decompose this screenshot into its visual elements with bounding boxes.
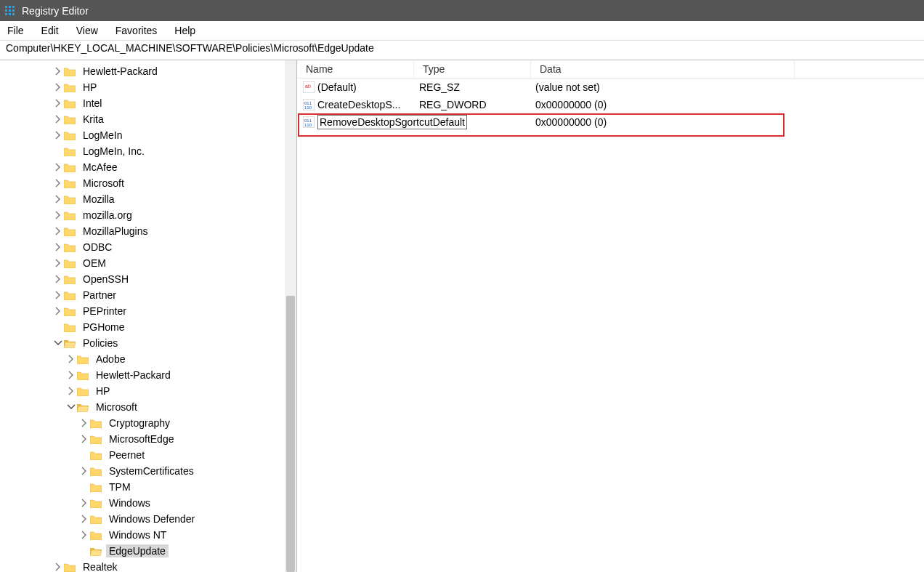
- tree-item[interactable]: MozillaPlugins: [6, 223, 296, 239]
- chevron-right-icon[interactable]: [78, 497, 90, 509]
- tree-item[interactable]: ODBC: [6, 239, 296, 255]
- tree-item[interactable]: LogMeIn: [6, 127, 296, 143]
- chevron-right-icon[interactable]: [52, 273, 64, 285]
- tree-item[interactable]: SystemCertificates: [6, 463, 296, 479]
- tree-item[interactable]: Windows Defender: [6, 511, 296, 527]
- tree-scrollbar[interactable]: [285, 60, 296, 572]
- value-type: REG_SZ: [410, 81, 527, 93]
- folder-open-icon: [64, 339, 76, 348]
- value-row[interactable]: RemoveDesktopSgortcutDefault0x00000000 (…: [297, 113, 924, 131]
- tree-item[interactable]: PEPrinter: [6, 303, 296, 319]
- chevron-right-icon[interactable]: [78, 433, 90, 445]
- tree-item[interactable]: TPM: [6, 479, 296, 495]
- tree-item[interactable]: Mozilla: [6, 191, 296, 207]
- folder-icon: [64, 163, 76, 172]
- chevron-right-icon[interactable]: [65, 353, 77, 365]
- tree-item[interactable]: Hewlett-Packard: [6, 367, 296, 383]
- tree-item[interactable]: Hewlett-Packard: [6, 63, 296, 79]
- tree-item[interactable]: mozilla.org: [6, 207, 296, 223]
- column-header-data[interactable]: Data: [531, 60, 795, 78]
- tree-scrollbar-thumb[interactable]: [286, 296, 295, 572]
- folder-icon: [64, 243, 76, 252]
- folder-icon: [64, 259, 76, 268]
- chevron-right-icon[interactable]: [52, 81, 64, 93]
- chevron-right-icon[interactable]: [78, 417, 90, 429]
- chevron-right-icon[interactable]: [65, 369, 77, 381]
- chevron-right-icon[interactable]: [78, 513, 90, 525]
- menu-favorites[interactable]: Favorites: [115, 25, 158, 36]
- tree-item[interactable]: McAfee: [6, 159, 296, 175]
- tree-item[interactable]: LogMeIn, Inc.: [6, 143, 296, 159]
- folder-open-icon: [90, 547, 102, 556]
- tree-item[interactable]: Windows: [6, 495, 296, 511]
- chevron-right-icon[interactable]: [52, 113, 64, 125]
- tree-pane: Hewlett-PackardHPIntelKritaLogMeInLogMeI…: [0, 60, 297, 572]
- chevron-right-icon[interactable]: [52, 97, 64, 109]
- chevron-right-icon[interactable]: [52, 65, 64, 77]
- tree-item[interactable]: HP: [6, 383, 296, 399]
- tree-item[interactable]: Windows NT: [6, 527, 296, 543]
- menu-view[interactable]: View: [76, 25, 98, 36]
- tree-item[interactable]: Peernet: [6, 447, 296, 463]
- chevron-right-icon[interactable]: [78, 529, 90, 541]
- value-row[interactable]: (Default)REG_SZ(value not set): [297, 78, 924, 96]
- tree-item[interactable]: PGHome: [6, 319, 296, 335]
- tree-item-label: Cryptography: [106, 416, 173, 430]
- svg-rect-4: [5, 9, 7, 12]
- tree-item[interactable]: Realtek: [6, 559, 296, 572]
- tree-item[interactable]: OEM: [6, 255, 296, 271]
- tree-item-label: PEPrinter: [80, 305, 129, 318]
- tree-item[interactable]: Microsoft: [6, 399, 296, 415]
- tree-item[interactable]: OpenSSH: [6, 271, 296, 287]
- address-bar[interactable]: Computer\HKEY_LOCAL_MACHINE\SOFTWARE\Pol…: [0, 41, 924, 60]
- chevron-down-icon[interactable]: [65, 401, 77, 413]
- column-header-name[interactable]: Name: [297, 60, 414, 78]
- regedit-icon: [4, 5, 16, 17]
- tree-item-label: LogMeIn: [80, 129, 125, 142]
- menu-file[interactable]: File: [7, 25, 24, 36]
- folder-icon: [90, 435, 102, 444]
- svg-rect-9: [12, 13, 15, 15]
- chevron-right-icon[interactable]: [52, 257, 64, 269]
- tree-item-label: Microsoft: [93, 400, 140, 414]
- chevron-right-icon[interactable]: [52, 161, 64, 173]
- chevron-right-icon[interactable]: [52, 209, 64, 221]
- folder-icon: [90, 467, 102, 476]
- value-row[interactable]: CreateDesktopS...REG_DWORD0x00000000 (0): [297, 96, 924, 113]
- svg-rect-8: [9, 13, 11, 15]
- tree-item[interactable]: Partner: [6, 287, 296, 303]
- tree-item[interactable]: Krita: [6, 111, 296, 127]
- chevron-right-icon[interactable]: [78, 465, 90, 477]
- tree-item[interactable]: HP: [6, 79, 296, 95]
- chevron-right-icon[interactable]: [52, 225, 64, 237]
- chevron-right-icon[interactable]: [52, 241, 64, 253]
- column-headers: Name Type Data: [297, 60, 924, 78]
- tree-item-label: MozillaPlugins: [80, 225, 150, 238]
- value-name-edit[interactable]: RemoveDesktopSgortcutDefault: [317, 115, 467, 129]
- chevron-right-icon[interactable]: [52, 561, 64, 572]
- tree-item[interactable]: MicrosoftEdge: [6, 431, 296, 447]
- menu-edit[interactable]: Edit: [41, 25, 59, 36]
- folder-icon: [64, 147, 76, 156]
- tree-item[interactable]: EdgeUpdate: [6, 543, 296, 559]
- chevron-right-icon[interactable]: [52, 129, 64, 141]
- column-header-type[interactable]: Type: [414, 60, 531, 78]
- values-pane: Name Type Data (Default)REG_SZ(value not…: [297, 60, 924, 572]
- chevron-right-icon[interactable]: [52, 305, 64, 317]
- tree-item-label: Peernet: [106, 448, 147, 462]
- chevron-down-icon[interactable]: [52, 337, 64, 349]
- chevron-right-icon[interactable]: [65, 385, 77, 397]
- tree-item-label: Hewlett-Packard: [80, 65, 161, 78]
- tree-item[interactable]: Adobe: [6, 351, 296, 367]
- svg-rect-3: [12, 6, 15, 8]
- menu-help[interactable]: Help: [174, 25, 195, 36]
- tree-item[interactable]: Cryptography: [6, 415, 296, 431]
- chevron-right-icon[interactable]: [52, 289, 64, 301]
- reg-sz-icon: [303, 81, 315, 93]
- chevron-right-icon[interactable]: [52, 193, 64, 205]
- tree-item[interactable]: Intel: [6, 95, 296, 111]
- chevron-right-icon[interactable]: [52, 177, 64, 189]
- tree-item[interactable]: Microsoft: [6, 175, 296, 191]
- tree-item[interactable]: Policies: [6, 335, 296, 351]
- tree-item-label: Adobe: [93, 353, 128, 366]
